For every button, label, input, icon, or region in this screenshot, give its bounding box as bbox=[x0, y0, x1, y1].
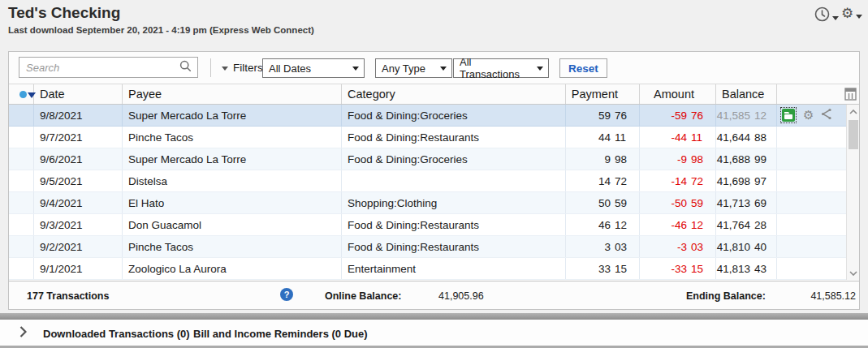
transaction-filter-value: All Transactions bbox=[460, 56, 530, 80]
row-status-cell bbox=[9, 148, 34, 170]
type-filter[interactable]: Any Type bbox=[375, 58, 452, 78]
online-balance-value: 41,905.96 bbox=[438, 290, 484, 302]
table-row[interactable]: 9/6/2021 Super Mercado La Torre Food & D… bbox=[9, 148, 846, 170]
table-row[interactable]: 9/8/2021 Super Mercado La Torre Food & D… bbox=[9, 105, 846, 127]
row-status-cell bbox=[9, 170, 34, 191]
row-category bbox=[342, 170, 566, 191]
column-header-balance[interactable]: Balance bbox=[716, 84, 777, 104]
row-actions bbox=[777, 214, 846, 235]
chevron-right-icon[interactable] bbox=[19, 326, 27, 341]
panel-divider bbox=[0, 313, 868, 320]
columns-chooser-button[interactable] bbox=[844, 88, 857, 104]
search-input[interactable] bbox=[19, 62, 179, 74]
row-payment: 303 bbox=[566, 236, 640, 257]
scrollbar-thumb[interactable] bbox=[849, 120, 858, 149]
table-row[interactable]: 9/1/2021 Zoologico La Aurora Entertainme… bbox=[9, 258, 846, 280]
row-category: Food & Dining:Restaurants bbox=[342, 127, 566, 148]
row-category: Food & Dining:Restaurants bbox=[342, 214, 566, 235]
register-summary: 177 Transactions ? Online Balance: 41,90… bbox=[9, 281, 859, 309]
vertical-scrollbar[interactable] bbox=[846, 105, 859, 280]
transaction-count: 177 Transactions bbox=[27, 290, 109, 302]
settings-menu-button[interactable]: ⚙︎ bbox=[841, 6, 862, 21]
filters-toggle[interactable]: Filters bbox=[222, 62, 263, 74]
register-panel: Filters All Dates Any Type All Transacti… bbox=[8, 51, 860, 310]
row-payee: Distelsa bbox=[123, 170, 342, 191]
row-balance: 41,76428 bbox=[716, 214, 777, 235]
columns-icon bbox=[844, 89, 857, 103]
row-balance: 41,81343 bbox=[716, 258, 777, 279]
row-payee: Super Mercado La Torre bbox=[123, 105, 342, 126]
row-actions bbox=[777, 192, 846, 213]
scroll-down-icon[interactable] bbox=[847, 266, 860, 280]
table-row[interactable]: 9/2/2021 Pinche Tacos Food & Dining:Rest… bbox=[9, 236, 846, 258]
row-balance: 41,69897 bbox=[716, 170, 777, 191]
reset-filters-button[interactable]: Reset bbox=[559, 58, 607, 78]
help-icon[interactable]: ? bbox=[280, 288, 293, 301]
row-payment: 998 bbox=[566, 148, 640, 170]
split-icon[interactable] bbox=[820, 108, 832, 122]
row-status-cell bbox=[9, 258, 34, 279]
row-gear-icon[interactable]: ⚙︎ bbox=[803, 109, 814, 122]
row-date: 9/7/2021 bbox=[34, 127, 123, 148]
history-menu-button[interactable] bbox=[814, 6, 839, 25]
column-header-payment[interactable]: Payment bbox=[566, 84, 640, 104]
row-status-cell bbox=[9, 192, 34, 213]
row-payment: 3315 bbox=[566, 258, 640, 279]
row-balance: 41,64488 bbox=[716, 127, 777, 148]
last-download-status: Last download September 20, 2021 - 4:19 … bbox=[8, 25, 314, 35]
row-date: 9/5/2021 bbox=[34, 170, 123, 191]
row-date: 9/2/2021 bbox=[34, 236, 123, 257]
row-category: Shopping:Clothing bbox=[342, 192, 566, 213]
row-amount: -4612 bbox=[640, 214, 716, 235]
column-header-amount[interactable]: Amount bbox=[640, 84, 716, 104]
column-header-status[interactable] bbox=[9, 84, 34, 104]
column-header-actions bbox=[777, 84, 846, 104]
date-range-filter[interactable]: All Dates bbox=[262, 58, 365, 78]
account-header: Ted's Checking Last download September 2… bbox=[0, 0, 868, 49]
row-payee: Don Guacamol bbox=[123, 214, 342, 235]
row-category: Food & Dining:Restaurants bbox=[342, 236, 566, 257]
row-actions bbox=[777, 127, 846, 148]
row-status-cell bbox=[9, 236, 34, 257]
row-actions bbox=[777, 236, 846, 257]
column-header-payee[interactable]: Payee bbox=[123, 84, 342, 104]
row-payment: 5976 bbox=[566, 105, 640, 126]
row-payment: 1472 bbox=[566, 170, 640, 191]
row-date: 9/4/2021 bbox=[34, 192, 123, 213]
save-icon[interactable] bbox=[780, 107, 797, 123]
row-actions: ⚙︎ bbox=[777, 105, 846, 126]
row-amount: -303 bbox=[640, 236, 716, 257]
date-range-value: All Dates bbox=[269, 62, 311, 75]
bottom-panel: Downloaded Transactions (0) Bill and Inc… bbox=[0, 320, 868, 348]
row-amount: -5976 bbox=[640, 105, 716, 126]
row-date: 9/1/2021 bbox=[34, 258, 123, 279]
row-payee: Super Mercado La Torre bbox=[123, 148, 342, 170]
search-box bbox=[19, 57, 198, 78]
row-actions bbox=[777, 170, 846, 191]
chevron-down-icon bbox=[856, 15, 862, 19]
row-amount: -1472 bbox=[640, 170, 716, 191]
downloaded-transactions-tab[interactable]: Downloaded Transactions (0) bbox=[43, 328, 190, 340]
row-balance: 41,58512 bbox=[716, 105, 777, 126]
row-payee: Pinche Tacos bbox=[123, 236, 342, 257]
chevron-down-icon bbox=[352, 67, 359, 71]
online-balance-label: Online Balance: bbox=[325, 290, 401, 302]
table-row[interactable]: 9/7/2021 Pinche Tacos Food & Dining:Rest… bbox=[9, 127, 846, 148]
sort-indicator-icon bbox=[19, 90, 36, 98]
row-actions bbox=[777, 148, 846, 170]
column-header-category[interactable]: Category bbox=[342, 84, 566, 104]
bill-income-reminders-tab[interactable]: Bill and Income Reminders (0 Due) bbox=[193, 328, 368, 340]
table-row[interactable]: 9/3/2021 Don Guacamol Food & Dining:Rest… bbox=[9, 214, 846, 236]
row-date: 9/8/2021 bbox=[34, 105, 123, 126]
chevron-down-icon bbox=[832, 16, 839, 20]
column-header-date[interactable]: Date bbox=[34, 84, 123, 104]
chevron-down-icon bbox=[440, 67, 447, 71]
scroll-up-icon[interactable] bbox=[847, 105, 860, 118]
row-balance: 41,81040 bbox=[716, 236, 777, 257]
row-amount: -3315 bbox=[640, 258, 716, 279]
table-row[interactable]: 9/4/2021 El Hato Shopping:Clothing 5059 … bbox=[9, 192, 846, 214]
transaction-filter[interactable]: All Transactions bbox=[453, 58, 549, 78]
table-row[interactable]: 9/5/2021 Distelsa 1472 -1472 41,69897 bbox=[9, 170, 846, 192]
row-payee: Zoologico La Aurora bbox=[123, 258, 342, 279]
search-icon bbox=[179, 60, 192, 75]
